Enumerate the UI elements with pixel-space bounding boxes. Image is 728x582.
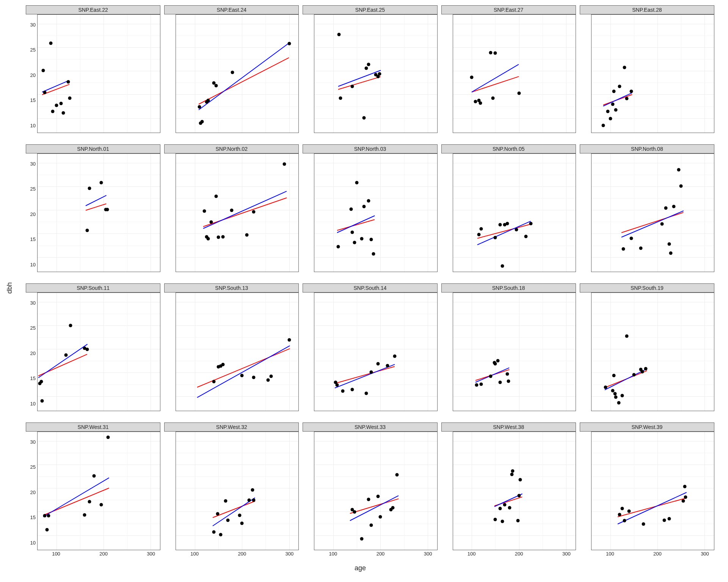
facet-panel: SNP.West.32100200300 bbox=[164, 422, 299, 558]
y-tick: 20 bbox=[30, 211, 36, 217]
facet-panel: SNP.East.221015202530 bbox=[26, 5, 160, 141]
data-point bbox=[632, 373, 635, 377]
data-point bbox=[614, 108, 618, 112]
data-point bbox=[202, 209, 206, 213]
y-tick: 30 bbox=[30, 22, 36, 27]
data-point bbox=[516, 519, 520, 522]
facet-panel: SNP.North.011015202530 bbox=[26, 144, 160, 280]
blue-fit-line bbox=[198, 43, 289, 110]
data-point bbox=[214, 194, 218, 198]
data-point bbox=[224, 499, 227, 502]
plot-area bbox=[591, 293, 714, 411]
blue-fit-line bbox=[197, 345, 290, 398]
data-point bbox=[245, 233, 248, 236]
facet-strip-label: SNP.North.02 bbox=[164, 144, 299, 153]
facet-strip-label: SNP.East.25 bbox=[303, 5, 437, 14]
data-point bbox=[219, 533, 223, 537]
data-point bbox=[350, 388, 354, 391]
facet-strip-label: SNP.North.08 bbox=[580, 144, 714, 153]
y-tick: 25 bbox=[30, 325, 36, 331]
plot-area bbox=[314, 293, 437, 411]
plot-area bbox=[453, 14, 576, 133]
data-point bbox=[355, 181, 359, 184]
facet-strip-label: SNP.West.33 bbox=[303, 422, 437, 432]
data-point bbox=[672, 205, 676, 208]
plot-area bbox=[314, 14, 437, 133]
data-point bbox=[350, 207, 353, 211]
data-point bbox=[88, 186, 91, 190]
blue-fit-line bbox=[337, 215, 375, 233]
data-point bbox=[494, 51, 497, 55]
data-point bbox=[55, 103, 58, 107]
data-point bbox=[477, 233, 480, 236]
blue-fit-line bbox=[475, 368, 510, 383]
data-point bbox=[620, 394, 624, 397]
x-tick: 100 bbox=[190, 551, 199, 557]
data-point bbox=[99, 181, 103, 184]
facet-strip-label: SNP.West.38 bbox=[441, 422, 576, 432]
facet-panel: SNP.North.08 bbox=[580, 144, 714, 280]
data-point bbox=[511, 469, 515, 473]
data-point bbox=[39, 380, 43, 383]
y-tick: 15 bbox=[30, 515, 36, 520]
y-axis: 1015202530 bbox=[26, 293, 37, 419]
facet-panel: SNP.West.39100200300 bbox=[580, 422, 714, 558]
data-point bbox=[99, 503, 103, 506]
data-point bbox=[391, 506, 394, 510]
data-point bbox=[206, 237, 210, 240]
data-point bbox=[336, 383, 339, 386]
data-point bbox=[498, 381, 502, 384]
data-point bbox=[60, 102, 63, 105]
data-point bbox=[252, 499, 256, 502]
data-point bbox=[360, 237, 363, 240]
data-point bbox=[612, 374, 616, 377]
plot-area bbox=[314, 153, 437, 272]
data-point bbox=[496, 359, 499, 363]
facet-strip-label: SNP.South.19 bbox=[580, 283, 714, 293]
data-point bbox=[231, 70, 234, 74]
x-tick: 300 bbox=[562, 551, 571, 557]
facet-strip-label: SNP.East.28 bbox=[580, 5, 714, 14]
red-fit-line bbox=[334, 366, 394, 384]
data-point bbox=[489, 375, 493, 378]
data-point bbox=[617, 401, 620, 404]
data-point bbox=[66, 80, 70, 83]
data-point bbox=[503, 503, 507, 506]
facet-panel: SNP.East.28 bbox=[580, 5, 714, 141]
data-point bbox=[210, 221, 213, 224]
data-point bbox=[85, 228, 89, 232]
facet-strip-label: SNP.East.27 bbox=[441, 5, 576, 14]
facet-panel: SNP.East.25 bbox=[303, 5, 437, 141]
plot-area bbox=[591, 432, 714, 550]
facet-panel: SNP.West.38100200300 bbox=[441, 422, 576, 558]
x-axis: 100200300 bbox=[591, 550, 714, 558]
plot-area bbox=[37, 153, 160, 272]
facet-panel: SNP.South.111015202530 bbox=[26, 283, 160, 419]
data-point bbox=[606, 110, 610, 113]
data-point bbox=[618, 513, 621, 516]
data-point bbox=[221, 235, 225, 238]
y-tick: 20 bbox=[30, 489, 36, 495]
data-point bbox=[498, 223, 502, 226]
data-point bbox=[377, 362, 380, 365]
data-point bbox=[611, 103, 614, 106]
facet-panel: SNP.South.19 bbox=[580, 283, 714, 419]
red-fit-line bbox=[213, 501, 256, 518]
data-point bbox=[353, 241, 356, 244]
plot-area bbox=[453, 293, 576, 411]
data-point bbox=[240, 374, 244, 377]
data-point bbox=[639, 246, 643, 250]
data-point bbox=[613, 392, 617, 396]
facet-strip-label: SNP.North.01 bbox=[26, 144, 160, 153]
data-point bbox=[480, 227, 483, 230]
data-point bbox=[623, 66, 626, 69]
plot-area bbox=[37, 432, 160, 550]
data-point bbox=[88, 500, 91, 504]
data-point bbox=[611, 389, 614, 392]
data-point bbox=[266, 379, 270, 382]
data-point bbox=[489, 51, 493, 54]
plot-area bbox=[453, 153, 576, 272]
data-point bbox=[251, 488, 254, 492]
x-axis: 100200300 bbox=[37, 550, 160, 558]
facet-strip-label: SNP.West.32 bbox=[164, 422, 299, 432]
